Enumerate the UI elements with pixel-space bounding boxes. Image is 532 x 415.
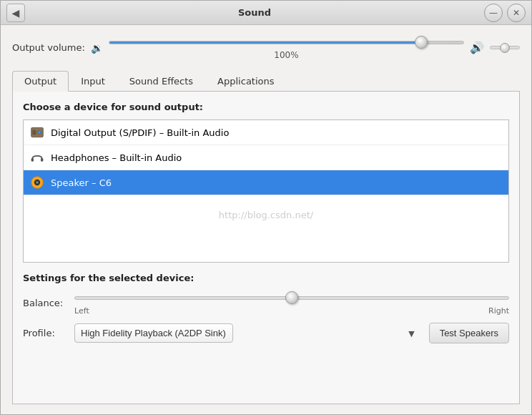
device-item-speaker[interactable]: Speaker – C6 <box>24 170 508 195</box>
settings-title: Settings for the selected device: <box>23 273 509 283</box>
svg-rect-3 <box>31 158 34 162</box>
svg-rect-1 <box>32 130 36 135</box>
device-label-speaker: Speaker – C6 <box>51 177 112 188</box>
device-label-spdif: Digital Output (S/PDIF) – Built-in Audio <box>51 127 229 138</box>
tabs-and-panel: Output Input Sound Effects Applications … <box>12 70 520 404</box>
profile-select-wrapper: High Fidelity Playback (A2DP Sink) Heads… <box>74 323 420 343</box>
tab-sound-effects[interactable]: Sound Effects <box>117 71 205 92</box>
volume-high-icon: 🔊 <box>470 41 484 54</box>
volume-slider-fill <box>109 42 421 44</box>
balance-slider-container: Left Right <box>74 290 509 316</box>
small-slider-bg[interactable] <box>490 46 520 49</box>
volume-slider-container: 100% <box>109 35 464 60</box>
tab-applications[interactable]: Applications <box>205 71 286 92</box>
speaker-icon <box>29 175 45 190</box>
spdif-icon <box>29 125 45 140</box>
balance-thumb[interactable] <box>285 291 298 304</box>
volume-slider-track[interactable] <box>109 35 464 49</box>
volume-row: Output volume: 🔉 100% 🔊 <box>12 35 520 60</box>
main-window: ◀ Sound — ✕ Output volume: 🔉 100% 🔊 <box>0 0 532 415</box>
device-item-headphones[interactable]: Headphones – Built-in Audio <box>24 145 508 170</box>
svg-point-2 <box>38 131 41 135</box>
device-item-spdif[interactable]: Digital Output (S/PDIF) – Built-in Audio <box>24 120 508 145</box>
back-button[interactable]: ◀ <box>6 4 25 22</box>
balance-bg <box>74 296 509 300</box>
volume-label: Output volume: <box>12 42 85 53</box>
tabs-bar: Output Input Sound Effects Applications <box>12 70 520 92</box>
volume-slider-thumb[interactable] <box>415 36 428 49</box>
tab-input[interactable]: Input <box>69 71 117 92</box>
select-arrow-icon: ▼ <box>408 328 414 338</box>
device-label-headphones: Headphones – Built-in Audio <box>51 152 182 163</box>
small-slider-thumb[interactable] <box>500 43 510 53</box>
balance-track[interactable] <box>74 290 509 305</box>
close-button[interactable]: ✕ <box>507 4 526 22</box>
volume-right-slider <box>490 46 520 49</box>
watermark: http://blog.csdn.net/ <box>24 195 508 235</box>
svg-rect-4 <box>41 158 43 162</box>
titlebar-left: ◀ <box>6 4 25 22</box>
window-title: Sound <box>25 7 484 18</box>
content-area: Output volume: 🔉 100% 🔊 <box>1 25 531 414</box>
settings-section: Settings for the selected device: Balanc… <box>23 273 509 343</box>
minimize-button[interactable]: — <box>484 4 503 22</box>
svg-point-7 <box>36 181 38 183</box>
volume-percent: 100% <box>109 50 464 60</box>
tab-output[interactable]: Output <box>12 71 69 92</box>
balance-row: Balance: Left Right <box>23 290 509 316</box>
window-controls: — ✕ <box>484 4 526 22</box>
titlebar: ◀ Sound — ✕ <box>1 1 531 25</box>
balance-labels: Left Right <box>74 306 509 316</box>
balance-right-label: Right <box>488 306 509 316</box>
balance-left-label: Left <box>74 306 89 316</box>
device-list: Digital Output (S/PDIF) – Built-in Audio… <box>23 119 509 263</box>
volume-low-icon: 🔉 <box>91 42 103 54</box>
choose-device-label: Choose a device for sound output: <box>23 102 509 112</box>
output-panel: Choose a device for sound output: Digita… <box>12 92 520 404</box>
test-speakers-button[interactable]: Test Speakers <box>429 323 509 343</box>
volume-slider-bg <box>109 41 464 44</box>
profile-select[interactable]: High Fidelity Playback (A2DP Sink) Heads… <box>74 323 233 343</box>
profile-label: Profile: <box>23 328 66 338</box>
headphones-icon <box>29 150 45 165</box>
balance-label: Balance: <box>23 298 66 308</box>
profile-row: Profile: High Fidelity Playback (A2DP Si… <box>23 323 509 343</box>
